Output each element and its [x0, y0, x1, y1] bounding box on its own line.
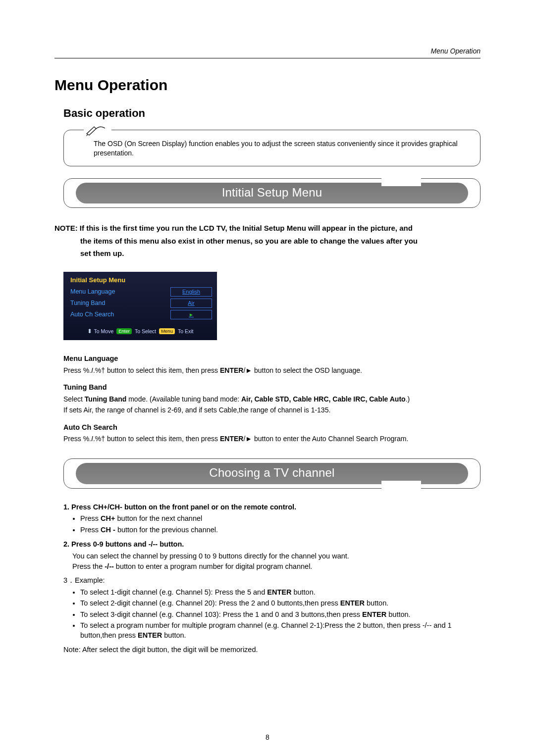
text-fragment: Press the [72, 562, 105, 570]
text-fragment: CH+ [101, 514, 115, 522]
step-3-heading: 3．Example: [63, 576, 481, 586]
osd-footer-exit: To Exit [178, 328, 194, 335]
text-fragment: Tuning Band [85, 395, 127, 403]
osd-footer: To Move Enter To Select Menu To Exit [68, 320, 212, 338]
osd-footer-enter-btn: Enter [116, 328, 132, 335]
text-fragment: button for the previous channel. [115, 526, 218, 534]
page-title: Menu Operation [54, 75, 481, 96]
text-fragment: ENTER [267, 588, 291, 596]
text-fragment: mode. (Available tuning band mode: [126, 395, 241, 403]
text-fragment: ENTER [220, 435, 243, 443]
text-fragment: Air, Cable STD, Cable HRC, Cable IRC, Ca… [241, 395, 406, 403]
section-title: Tuning Band [63, 383, 481, 393]
banner-initial-setup: Intitial Setup Menu [63, 178, 481, 208]
note-block: NOTE: If this is the first time you run … [54, 222, 481, 260]
note-line1: If this is the first time you run the LC… [80, 224, 413, 232]
text-fragment: To select a program number for multiple … [80, 621, 452, 639]
text-fragment: ENTER [362, 610, 386, 618]
section-tuning-band: Tuning Band Select Tuning Band mode. (Av… [63, 383, 481, 414]
text-fragment: button for the next channel [115, 514, 203, 522]
osd-row-value: Air [170, 299, 212, 308]
section-menu-language: Menu Language Press %.I.%† button to sel… [63, 354, 481, 375]
osd-footer-select: To Select [135, 328, 156, 335]
text-fragment: .%† button to select this item, then pre… [93, 435, 220, 443]
list-item: To select 2-digit channel (e.g. Channel … [80, 599, 481, 608]
text-fragment: button. [162, 631, 186, 639]
osd-callout-box: The OSD (On Screen Display) function ena… [63, 130, 481, 166]
note-prefix: NOTE: [54, 224, 78, 232]
osd-row-tuning-band: Tuning Band Air [68, 298, 212, 309]
page-number: 8 [0, 733, 535, 742]
section-title: Menu Language [63, 354, 481, 364]
document-page: Menu Operation Menu Operation Basic oper… [0, 0, 535, 756]
osd-row-label: Menu Language [68, 288, 170, 296]
step-1-heading: 1. Press CH+/CH- button on the front pan… [63, 503, 481, 512]
osd-callout-text: The OSD (On Screen Display) function ena… [94, 140, 458, 157]
text-fragment: Select [63, 395, 85, 403]
text-fragment: /► button to select the OSD language. [243, 366, 362, 374]
osd-row-play-icon [170, 310, 212, 319]
osd-row-value: English [170, 287, 212, 297]
list-item: To select 1-digit channel (e.g. Channel … [80, 588, 481, 598]
osd-footer-move: To Move [87, 327, 114, 335]
text-fragment: To select 3-digit channel (e.g. Channel … [80, 610, 362, 618]
text-fragment: Press %. [63, 435, 91, 443]
step-2-heading: 2. Press 0-9 buttons and -/-- button. [63, 540, 481, 550]
osd-row-label: Auto Ch Search [68, 310, 170, 319]
osd-menu-title: Initial Setup Menu [68, 275, 212, 287]
list-item: To select a program number for multiple … [80, 621, 481, 640]
osd-row-auto-ch-search: Auto Ch Search [68, 309, 212, 320]
text-fragment: button. [291, 588, 315, 596]
text-fragment: Press %. [63, 366, 91, 374]
osd-row-label: Tuning Band [68, 299, 170, 307]
osd-row-menu-language: Menu Language English [68, 286, 212, 298]
text-line: If sets Air, the range of channel is 2-6… [63, 405, 481, 415]
final-note: Note: After select the digit button, the… [63, 645, 481, 655]
text-fragment: To select 2-digit channel (e.g. Channel … [80, 599, 340, 607]
text-fragment: button to enter a program number for dig… [114, 562, 313, 570]
text-fragment: Press [80, 526, 101, 534]
section-auto-ch-search: Auto Ch Search Press %.I.%† button to se… [63, 423, 481, 444]
choosing-channel-section: 1. Press CH+/CH- button on the front pan… [63, 503, 481, 655]
text-fragment: /► button to enter the Auto Channel Sear… [243, 435, 408, 443]
text-fragment: CH - [101, 526, 115, 534]
osd-footer-menu-btn: Menu [159, 328, 175, 335]
text-fragment: .%† button to select this item, then pre… [93, 366, 220, 374]
text-fragment: .) [406, 395, 410, 403]
hand-writing-icon [84, 123, 111, 137]
text-fragment: button. [386, 610, 410, 618]
running-header: Menu Operation [54, 47, 481, 58]
section-title: Auto Ch Search [63, 423, 481, 433]
note-line3: set them up. [54, 247, 481, 260]
subtitle-basic-operation: Basic operation [63, 106, 481, 121]
text-fragment: ENTER [340, 599, 365, 607]
text-fragment: To select 1-digit channel (e.g. Channel … [80, 588, 267, 596]
text-fragment: -/-- [105, 562, 114, 570]
step-2-line-a: You can select the channel by pressing 0… [72, 552, 481, 561]
text-fragment: button. [365, 599, 388, 607]
note-line2: the items of this menu also exist in oth… [54, 235, 481, 248]
text-fragment: ENTER [220, 366, 243, 374]
list-item: Press CH+ button for the next channel [80, 514, 481, 524]
text-fragment: Press [80, 514, 101, 522]
banner-choosing-tv-channel: Choosing a TV channel [63, 458, 481, 488]
text-fragment: ENTER [138, 631, 162, 639]
step-2-line-b: Press the -/-- button to enter a program… [72, 562, 481, 572]
osd-menu-mock: Initial Setup Menu Menu Language English… [63, 272, 217, 340]
list-item: To select 3-digit channel (e.g. Channel … [80, 610, 481, 620]
list-item: Press CH - button for the previous chann… [80, 525, 481, 535]
